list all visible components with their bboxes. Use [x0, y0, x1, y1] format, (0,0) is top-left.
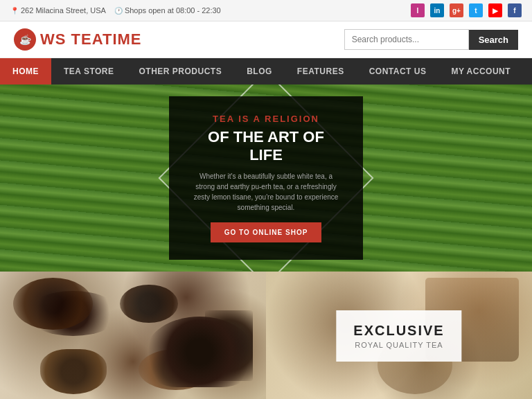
nav-item-features[interactable]: FEATURES: [285, 58, 357, 85]
pin-icon: [10, 7, 19, 15]
nav-item-other-products[interactable]: OTHER PRODUCTS: [127, 58, 235, 85]
hero-title: OF THE ART OF LIFE: [190, 128, 342, 165]
tea-bowl-2: [120, 285, 178, 323]
social-icons: I in g+ t ▶ f: [411, 3, 522, 17]
tea-bowl-1: [13, 278, 93, 329]
logo-suffix: TEATIME: [71, 30, 142, 48]
location-info: 262 Milacina Street, USA Shops open at 0…: [10, 6, 221, 15]
google-icon[interactable]: g+: [450, 3, 463, 17]
hero-overlay: TEA IS A RELIGION OF THE ART OF LIFE Whe…: [0, 85, 532, 272]
linkedin-icon[interactable]: in: [430, 3, 444, 17]
header: ☕ WS TEATIME Search: [0, 21, 532, 58]
exclusive-content-box: EXCLUSIVE ROYAL QUALITY TEA: [336, 310, 461, 362]
hero-description: Whether it's a beautifully subtle white …: [190, 171, 342, 213]
bottom-section: EXCLUSIVE ROYAL QUALITY TEA: [0, 272, 532, 399]
tea-items-image: [0, 272, 266, 399]
search-button[interactable]: Search: [469, 30, 518, 50]
tea-powder: [139, 349, 213, 391]
hours-info: Shops open at 08:00 - 22:30: [114, 6, 221, 15]
nav-item-home[interactable]: HOME: [0, 58, 51, 85]
tea-bowl-3: [40, 349, 107, 394]
nav-item-account[interactable]: MY ACCOUNT: [438, 58, 523, 85]
hours-text: Shops open at 08:00 - 22:30: [125, 6, 221, 15]
nav: HOME TEA STORE OTHER PRODUCTS BLOG FEATU…: [0, 58, 532, 85]
hero-cta-button[interactable]: GO TO ONLINE SHOP: [211, 222, 322, 242]
address-text: 262 Milacina Street, USA: [21, 6, 106, 15]
tea-items-photo: [0, 272, 266, 399]
search-bar: Search: [344, 29, 518, 50]
hero-subtitle: TEA IS A RELIGION: [190, 114, 342, 124]
instagram-icon[interactable]: I: [411, 3, 425, 17]
facebook-icon[interactable]: f: [508, 3, 522, 17]
nav-item-blog[interactable]: BLOG: [234, 58, 285, 85]
exclusive-section: EXCLUSIVE ROYAL QUALITY TEA: [266, 272, 532, 399]
search-input[interactable]: [344, 29, 469, 50]
tea-sticks: [205, 310, 253, 381]
nav-item-tea-store[interactable]: TEA STORE: [51, 58, 127, 85]
exclusive-subtitle: ROYAL QUALITY TEA: [353, 341, 444, 349]
address-info: 262 Milacina Street, USA: [10, 6, 106, 15]
exclusive-title: EXCLUSIVE: [353, 323, 444, 339]
youtube-icon[interactable]: ▶: [488, 3, 502, 17]
hero-section: TEA IS A RELIGION OF THE ART OF LIFE Whe…: [0, 85, 532, 272]
logo-text: WS TEATIME: [40, 30, 142, 48]
hero-content-box: TEA IS A RELIGION OF THE ART OF LIFE Whe…: [169, 96, 363, 260]
clock-icon: [114, 7, 123, 15]
logo-prefix: WS: [40, 30, 66, 48]
nav-item-contact[interactable]: CONTACT US: [357, 58, 439, 85]
logo[interactable]: ☕ WS TEATIME: [14, 28, 142, 51]
logo-icon: ☕: [14, 28, 36, 51]
twitter-icon[interactable]: t: [469, 3, 483, 17]
top-bar: 262 Milacina Street, USA Shops open at 0…: [0, 0, 532, 21]
